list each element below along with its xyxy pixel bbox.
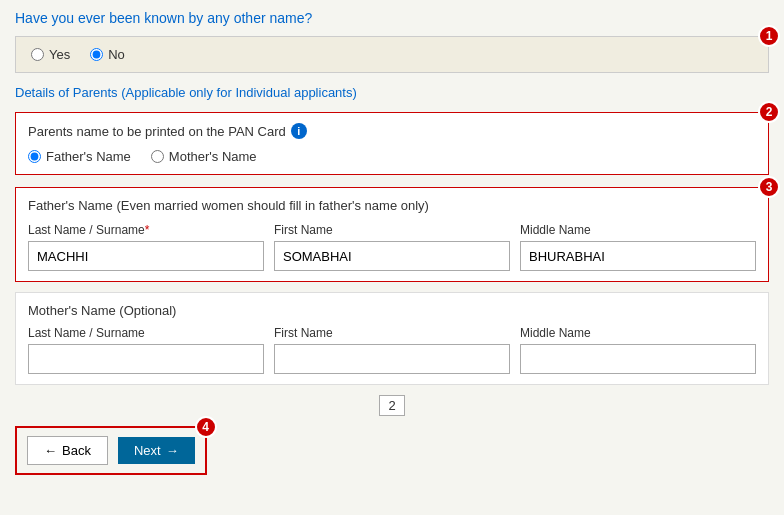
- father-name-section: Father's Name (Even married women should…: [15, 187, 769, 282]
- yes-radio-label[interactable]: Yes: [31, 47, 70, 62]
- no-radio-label[interactable]: No: [90, 47, 125, 62]
- pan-card-title: Parents name to be printed on the PAN Ca…: [28, 123, 756, 139]
- next-arrow-icon: →: [166, 443, 179, 458]
- next-button[interactable]: Next →: [118, 437, 195, 464]
- pan-card-title-text: Parents name to be printed on the PAN Ca…: [28, 124, 286, 139]
- mother-last-name-input[interactable]: [28, 344, 264, 374]
- father-middle-name-label: Middle Name: [520, 223, 756, 237]
- father-name-radio[interactable]: [28, 150, 41, 163]
- mother-first-name-label: First Name: [274, 326, 510, 340]
- father-section-title-text: Father's Name (Even married women should…: [28, 198, 429, 213]
- mother-first-name-col: First Name: [274, 326, 510, 374]
- father-last-name-col: Last Name / Surname*: [28, 223, 264, 271]
- badge-2: 2: [758, 101, 780, 123]
- mother-middle-name-label: Middle Name: [520, 326, 756, 340]
- mother-name-radio[interactable]: [151, 150, 164, 163]
- mother-middle-name-col: Middle Name: [520, 326, 756, 374]
- no-radio[interactable]: [90, 48, 103, 61]
- yes-label: Yes: [49, 47, 70, 62]
- mother-middle-name-input[interactable]: [520, 344, 756, 374]
- mother-first-name-input[interactable]: [274, 344, 510, 374]
- father-last-name-input[interactable]: [28, 241, 264, 271]
- father-section-title: Father's Name (Even married women should…: [28, 198, 756, 213]
- mother-name-section: Mother's Name (Optional) Last Name / Sur…: [15, 292, 769, 385]
- mother-name-radio-label[interactable]: Mother's Name: [151, 149, 257, 164]
- question-text: Have you ever been known by any other na…: [15, 10, 769, 26]
- badge-4: 4: [195, 416, 217, 438]
- father-first-name-label: First Name: [274, 223, 510, 237]
- father-last-name-label-text: Last Name / Surname: [28, 223, 145, 237]
- pan-name-radio-group: Father's Name Mother's Name: [28, 149, 756, 164]
- mother-section-title: Mother's Name (Optional): [28, 303, 756, 318]
- pan-card-section: Parents name to be printed on the PAN Ca…: [15, 112, 769, 175]
- pagination: 2: [15, 395, 769, 416]
- father-name-radio-text: Father's Name: [46, 149, 131, 164]
- back-arrow-icon: ←: [44, 443, 57, 458]
- father-last-name-required: *: [145, 223, 150, 237]
- next-button-label: Next: [134, 443, 161, 458]
- back-button[interactable]: ← Back: [27, 436, 108, 465]
- back-button-label: Back: [62, 443, 91, 458]
- father-middle-name-input[interactable]: [520, 241, 756, 271]
- info-icon[interactable]: i: [291, 123, 307, 139]
- father-name-radio-label[interactable]: Father's Name: [28, 149, 131, 164]
- father-name-fields: Last Name / Surname* First Name Middle N…: [28, 223, 756, 271]
- mother-last-name-label: Last Name / Surname: [28, 326, 264, 340]
- button-bar: ← Back Next → 4: [15, 426, 207, 475]
- parents-heading: Details of Parents (Applicable only for …: [15, 85, 769, 100]
- father-last-name-label: Last Name / Surname*: [28, 223, 264, 237]
- other-name-radio-section: Yes No 1: [15, 36, 769, 73]
- badge-3: 3: [758, 176, 780, 198]
- badge-1: 1: [758, 25, 780, 47]
- no-label: No: [108, 47, 125, 62]
- father-middle-name-col: Middle Name: [520, 223, 756, 271]
- father-first-name-input[interactable]: [274, 241, 510, 271]
- parents-section: Details of Parents (Applicable only for …: [15, 85, 769, 100]
- father-first-name-col: First Name: [274, 223, 510, 271]
- current-page: 2: [379, 395, 404, 416]
- mother-name-fields: Last Name / Surname First Name Middle Na…: [28, 326, 756, 374]
- mother-last-name-col: Last Name / Surname: [28, 326, 264, 374]
- yes-radio[interactable]: [31, 48, 44, 61]
- mother-name-radio-text: Mother's Name: [169, 149, 257, 164]
